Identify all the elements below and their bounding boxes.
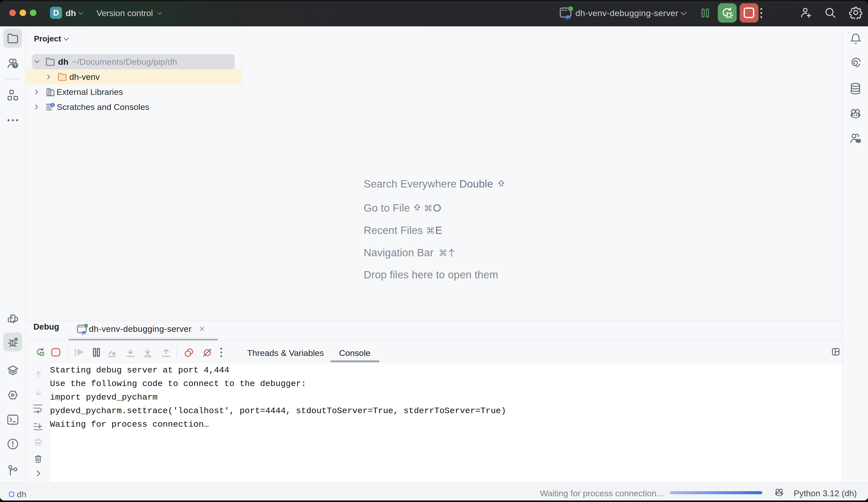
svg-text:?: ?	[14, 63, 17, 68]
